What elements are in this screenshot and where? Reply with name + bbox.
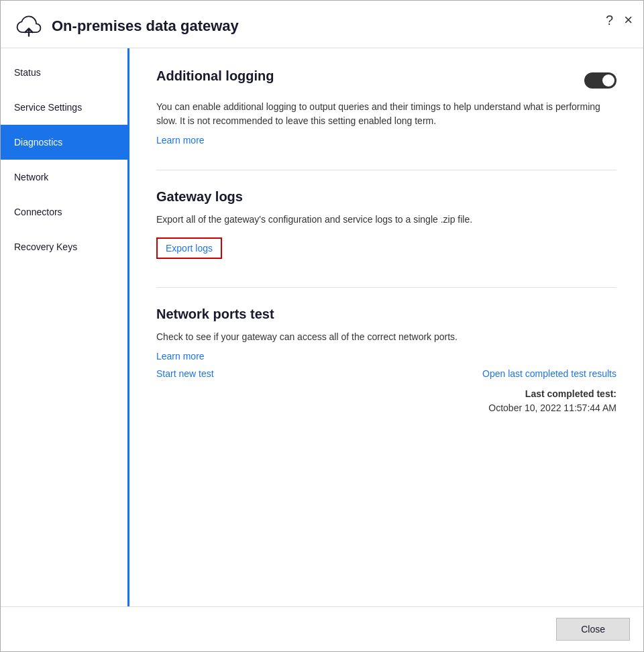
sidebar: Status Service Settings Diagnostics Netw… (1, 48, 129, 606)
main-content: Additional logging You can enable additi… (129, 48, 643, 606)
sidebar-item-recovery-keys[interactable]: Recovery Keys (1, 229, 127, 264)
network-ports-learn-more[interactable]: Learn more (156, 351, 616, 362)
additional-logging-header: Additional logging (156, 68, 616, 92)
sidebar-item-connectors[interactable]: Connectors (1, 195, 127, 229)
content-area: Status Service Settings Diagnostics Netw… (1, 48, 643, 606)
divider-2 (156, 287, 616, 288)
gateway-logs-description: Export all of the gateway's configuratio… (156, 213, 616, 227)
title-bar: On-premises data gateway ? × (1, 1, 643, 48)
last-completed-value: October 10, 2022 11:57:44 AM (488, 402, 616, 413)
gateway-logs-title: Gateway logs (156, 189, 616, 205)
open-last-results-link[interactable]: Open last completed test results (482, 368, 616, 379)
start-new-test-link[interactable]: Start new test (156, 368, 214, 379)
additional-logging-learn-more[interactable]: Learn more (156, 135, 205, 146)
app-window: On-premises data gateway ? × Status Serv… (0, 0, 644, 652)
additional-logging-section: Additional logging You can enable additi… (156, 68, 616, 146)
toggle-knob (602, 74, 614, 87)
last-completed-label: Last completed test: (525, 388, 616, 399)
additional-logging-description: You can enable additional logging to out… (156, 100, 616, 128)
additional-logging-title: Additional logging (156, 68, 274, 84)
additional-logging-toggle[interactable] (584, 72, 616, 89)
network-ports-section: Network ports test Check to see if your … (156, 307, 616, 415)
app-title: On-premises data gateway (52, 17, 239, 35)
footer: Close (1, 606, 643, 651)
last-completed-container: Last completed test: October 10, 2022 11… (156, 387, 616, 415)
export-logs-link[interactable]: Export logs (166, 243, 213, 254)
close-window-button[interactable]: × (624, 11, 633, 29)
app-icon (14, 11, 44, 41)
sidebar-item-diagnostics[interactable]: Diagnostics (1, 125, 127, 160)
sidebar-item-network[interactable]: Network (1, 160, 127, 195)
title-bar-controls: ? × (606, 11, 633, 29)
divider-1 (156, 170, 616, 170)
network-ports-links-row: Start new test Open last completed test … (156, 368, 616, 379)
gateway-logs-section: Gateway logs Export all of the gateway's… (156, 189, 616, 263)
sidebar-item-service-settings[interactable]: Service Settings (1, 90, 127, 125)
network-ports-title: Network ports test (156, 307, 616, 322)
network-ports-description: Check to see if your gateway can access … (156, 330, 616, 344)
help-button[interactable]: ? (606, 13, 613, 28)
close-button[interactable]: Close (556, 618, 630, 641)
sidebar-item-status[interactable]: Status (1, 55, 127, 90)
export-logs-box: Export logs (156, 237, 222, 259)
